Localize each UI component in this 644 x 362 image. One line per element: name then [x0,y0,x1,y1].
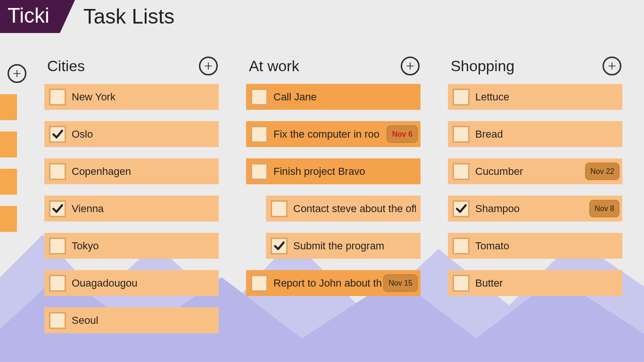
task-label: Butter [475,277,618,289]
check-icon [51,128,64,140]
plus-icon [12,69,22,78]
sliver-item [0,206,17,232]
task-label: Bread [475,128,618,140]
check-icon [455,203,467,215]
task-column: CitiesNew YorkOsloCopenhagenViennaTokyoO… [44,57,219,362]
task-checkbox[interactable] [49,275,66,292]
task-label: Copenhagen [72,165,214,178]
task-checkbox[interactable] [251,163,268,180]
plus-icon [607,61,617,71]
task-item[interactable]: Finish project Bravo [246,158,421,184]
task-checkbox[interactable] [453,275,470,292]
task-label: Lettuce [475,91,618,103]
task-checkbox[interactable] [49,312,66,329]
column-header: Cities [44,57,219,84]
task-item[interactable]: Submit the program [266,233,421,259]
due-date-badge: Nov 22 [585,163,619,180]
task-item[interactable]: Report to John about thNov 15 [246,270,421,296]
previous-column-sliver[interactable] [0,94,17,243]
task-checkbox[interactable] [49,89,66,106]
page-title: Task Lists [83,1,174,32]
task-label: Tokyo [72,240,214,252]
check-icon [51,203,64,215]
task-label: Contact steve about the off [293,203,416,215]
check-icon [273,240,285,252]
column-title: Shopping [451,58,514,75]
task-item[interactable]: Lettuce [448,84,622,110]
task-column: ShoppingLettuceBreadCucumberNov 22Shampo… [448,57,622,362]
due-date-badge: Nov 15 [383,274,418,292]
task-label: Submit the program [293,240,416,252]
task-item[interactable]: ShampooNov 8 [448,196,622,222]
due-date-badge: Nov 8 [589,200,619,217]
sliver-item [0,94,17,120]
task-item[interactable]: Fix the computer in rooNov 6 [246,121,421,147]
add-task-button[interactable] [603,57,621,75]
app-header: Ticki Task Lists [0,0,644,33]
task-checkbox[interactable] [453,126,470,143]
task-item[interactable]: Contact steve about the off [266,196,421,222]
task-checkbox[interactable] [49,126,66,143]
task-item[interactable]: Tokyo [44,233,219,259]
task-label: Vienna [72,203,214,215]
column-header: Shopping [448,57,622,84]
task-label: Finish project Bravo [273,165,416,178]
sliver-item [0,132,17,157]
task-column: At workCall JaneFix the computer in rooN… [246,57,421,362]
task-label: Call Jane [273,91,416,103]
add-task-button[interactable] [401,57,420,75]
task-item[interactable]: Oslo [44,121,219,147]
task-item[interactable]: Butter [448,270,622,296]
task-checkbox[interactable] [453,200,470,217]
task-item[interactable]: Copenhagen [44,158,219,184]
due-date-badge: Nov 6 [387,125,418,143]
brand-tab[interactable]: Ticki [0,0,60,33]
plus-icon [405,61,415,71]
task-checkbox[interactable] [453,238,470,255]
sliver-item [0,169,17,195]
task-label: Ouagadougou [72,277,214,289]
task-checkbox[interactable] [453,89,470,106]
task-label: Oslo [72,128,214,140]
task-item[interactable]: Call Jane [246,84,421,110]
add-task-button[interactable] [199,57,218,75]
task-item[interactable]: Tomato [448,233,622,259]
column-title: Cities [47,58,85,75]
task-label: New York [72,91,214,103]
task-checkbox[interactable] [251,89,268,106]
brand-name: Ticki [8,4,50,27]
column-header: At work [246,57,421,84]
task-item[interactable]: New York [44,84,219,110]
plus-icon [204,61,213,71]
task-checkbox[interactable] [271,200,288,217]
column-title: At work [249,58,299,75]
add-list-button[interactable] [8,64,26,83]
global-add-wrapper [8,64,26,83]
task-item[interactable]: Ouagadougou [44,270,219,296]
task-item[interactable]: Seoul [44,307,219,333]
task-label: Tomato [475,240,618,252]
task-checkbox[interactable] [251,275,268,292]
task-checkbox[interactable] [453,163,470,180]
task-item[interactable]: Bread [448,121,622,147]
task-checkbox[interactable] [271,238,288,255]
task-checkbox[interactable] [49,163,66,180]
task-item[interactable]: Vienna [44,196,219,222]
task-checkbox[interactable] [251,126,268,143]
task-label: Seoul [72,314,214,327]
task-checkbox[interactable] [49,238,66,255]
task-item[interactable]: CucumberNov 22 [448,158,622,184]
task-checkbox[interactable] [49,200,66,217]
task-board[interactable]: CitiesNew YorkOsloCopenhagenViennaTokyoO… [44,57,644,362]
